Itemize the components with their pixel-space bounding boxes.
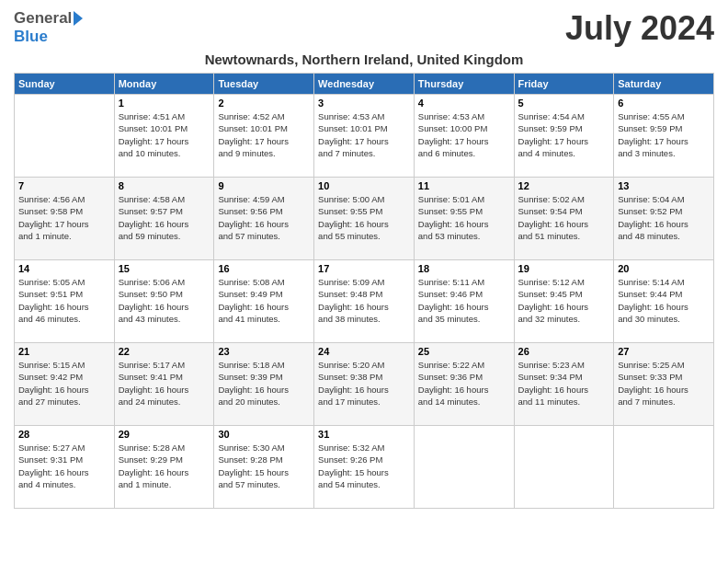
day-number: 27 (618, 346, 710, 357)
calendar-cell: 11Sunrise: 5:01 AM Sunset: 9:55 PM Dayli… (414, 178, 514, 260)
day-info: Sunrise: 5:01 AM Sunset: 9:55 PM Dayligh… (418, 193, 510, 242)
week-row-1: 1Sunrise: 4:51 AM Sunset: 10:01 PM Dayli… (15, 95, 714, 178)
day-info: Sunrise: 5:27 AM Sunset: 9:31 PM Dayligh… (18, 442, 110, 490)
header-day-monday: Monday (114, 74, 214, 95)
header-row: SundayMondayTuesdayWednesdayThursdayFrid… (15, 74, 714, 95)
calendar-cell: 24Sunrise: 5:20 AM Sunset: 9:38 PM Dayli… (314, 343, 415, 426)
day-info: Sunrise: 4:54 AM Sunset: 9:59 PM Dayligh… (518, 110, 610, 159)
header-day-saturday: Saturday (614, 74, 714, 95)
day-info: Sunrise: 5:09 AM Sunset: 9:48 PM Dayligh… (318, 276, 410, 325)
day-info: Sunrise: 5:32 AM Sunset: 9:26 PM Dayligh… (318, 442, 410, 490)
logo-general: General (14, 9, 72, 28)
month-title: July 2024 (565, 9, 714, 48)
calendar-cell: 26Sunrise: 5:23 AM Sunset: 9:34 PM Dayli… (514, 343, 614, 426)
calendar-cell: 7Sunrise: 4:56 AM Sunset: 9:58 PM Daylig… (15, 178, 115, 260)
header-day-tuesday: Tuesday (214, 74, 314, 95)
day-number: 18 (418, 263, 510, 274)
calendar-cell: 17Sunrise: 5:09 AM Sunset: 9:48 PM Dayli… (314, 260, 415, 343)
calendar-cell: 20Sunrise: 5:14 AM Sunset: 9:44 PM Dayli… (614, 260, 714, 343)
day-number: 26 (518, 346, 610, 357)
week-row-4: 21Sunrise: 5:15 AM Sunset: 9:42 PM Dayli… (15, 343, 714, 426)
day-number: 10 (318, 180, 410, 191)
calendar-cell: 5Sunrise: 4:54 AM Sunset: 9:59 PM Daylig… (514, 95, 614, 178)
day-info: Sunrise: 5:00 AM Sunset: 9:55 PM Dayligh… (318, 193, 410, 242)
calendar-cell: 16Sunrise: 5:08 AM Sunset: 9:49 PM Dayli… (214, 260, 314, 343)
day-number: 25 (418, 346, 510, 357)
calendar-cell (414, 426, 514, 509)
day-number: 20 (618, 263, 710, 274)
day-info: Sunrise: 4:55 AM Sunset: 9:59 PM Dayligh… (618, 110, 710, 159)
day-info: Sunrise: 5:02 AM Sunset: 9:54 PM Dayligh… (518, 193, 610, 242)
day-number: 6 (618, 98, 710, 109)
day-info: Sunrise: 5:22 AM Sunset: 9:36 PM Dayligh… (418, 359, 510, 408)
day-info: Sunrise: 5:12 AM Sunset: 9:45 PM Dayligh… (518, 276, 610, 325)
header-day-thursday: Thursday (414, 74, 514, 95)
calendar-cell: 3Sunrise: 4:53 AM Sunset: 10:01 PM Dayli… (314, 95, 415, 178)
day-number: 1 (119, 98, 210, 109)
day-number: 22 (119, 346, 210, 357)
calendar-cell: 1Sunrise: 4:51 AM Sunset: 10:01 PM Dayli… (114, 95, 214, 178)
day-number: 23 (218, 346, 310, 357)
header-day-sunday: Sunday (15, 74, 115, 95)
calendar-cell: 9Sunrise: 4:59 AM Sunset: 9:56 PM Daylig… (214, 178, 314, 260)
week-row-3: 14Sunrise: 5:05 AM Sunset: 9:51 PM Dayli… (15, 260, 714, 343)
calendar-cell: 19Sunrise: 5:12 AM Sunset: 9:45 PM Dayli… (514, 260, 614, 343)
calendar-cell: 31Sunrise: 5:32 AM Sunset: 9:26 PM Dayli… (314, 426, 415, 509)
week-row-2: 7Sunrise: 4:56 AM Sunset: 9:58 PM Daylig… (15, 178, 714, 260)
day-info: Sunrise: 5:25 AM Sunset: 9:33 PM Dayligh… (618, 359, 710, 408)
calendar-cell (614, 426, 714, 509)
week-row-5: 28Sunrise: 5:27 AM Sunset: 9:31 PM Dayli… (15, 426, 714, 509)
calendar-cell: 14Sunrise: 5:05 AM Sunset: 9:51 PM Dayli… (15, 260, 115, 343)
day-info: Sunrise: 4:59 AM Sunset: 9:56 PM Dayligh… (218, 193, 310, 242)
day-number: 16 (218, 263, 310, 274)
day-info: Sunrise: 5:08 AM Sunset: 9:49 PM Dayligh… (218, 276, 310, 325)
day-number: 9 (218, 180, 310, 191)
calendar-cell: 18Sunrise: 5:11 AM Sunset: 9:46 PM Dayli… (414, 260, 514, 343)
calendar-cell: 23Sunrise: 5:18 AM Sunset: 9:39 PM Dayli… (214, 343, 314, 426)
day-info: Sunrise: 5:11 AM Sunset: 9:46 PM Dayligh… (418, 276, 510, 325)
day-info: Sunrise: 5:20 AM Sunset: 9:38 PM Dayligh… (318, 359, 410, 408)
day-info: Sunrise: 5:18 AM Sunset: 9:39 PM Dayligh… (218, 359, 310, 408)
day-info: Sunrise: 5:17 AM Sunset: 9:41 PM Dayligh… (119, 359, 210, 408)
calendar-cell: 21Sunrise: 5:15 AM Sunset: 9:42 PM Dayli… (15, 343, 115, 426)
day-number: 17 (318, 263, 410, 274)
day-info: Sunrise: 5:04 AM Sunset: 9:52 PM Dayligh… (618, 193, 710, 242)
calendar-cell: 12Sunrise: 5:02 AM Sunset: 9:54 PM Dayli… (514, 178, 614, 260)
day-number: 15 (119, 263, 210, 274)
location-title: Newtownards, Northern Ireland, United Ki… (14, 52, 714, 67)
header-day-wednesday: Wednesday (314, 74, 415, 95)
calendar-cell: 6Sunrise: 4:55 AM Sunset: 9:59 PM Daylig… (614, 95, 714, 178)
day-info: Sunrise: 4:53 AM Sunset: 10:00 PM Daylig… (418, 110, 510, 159)
calendar-cell (514, 426, 614, 509)
day-number: 19 (518, 263, 610, 274)
calendar-cell: 2Sunrise: 4:52 AM Sunset: 10:01 PM Dayli… (214, 95, 314, 178)
day-info: Sunrise: 4:53 AM Sunset: 10:01 PM Daylig… (318, 110, 410, 159)
day-info: Sunrise: 5:30 AM Sunset: 9:28 PM Dayligh… (218, 442, 310, 490)
day-number: 2 (218, 98, 310, 109)
day-info: Sunrise: 4:56 AM Sunset: 9:58 PM Dayligh… (18, 193, 110, 242)
day-number: 29 (119, 429, 210, 440)
day-info: Sunrise: 5:15 AM Sunset: 9:42 PM Dayligh… (18, 359, 110, 408)
calendar-cell: 4Sunrise: 4:53 AM Sunset: 10:00 PM Dayli… (414, 95, 514, 178)
day-info: Sunrise: 5:14 AM Sunset: 9:44 PM Dayligh… (618, 276, 710, 325)
day-number: 7 (18, 180, 110, 191)
day-info: Sunrise: 5:23 AM Sunset: 9:34 PM Dayligh… (518, 359, 610, 408)
day-info: Sunrise: 5:06 AM Sunset: 9:50 PM Dayligh… (119, 276, 210, 325)
day-number: 30 (218, 429, 310, 440)
day-info: Sunrise: 4:51 AM Sunset: 10:01 PM Daylig… (119, 110, 210, 159)
day-info: Sunrise: 5:28 AM Sunset: 9:29 PM Dayligh… (119, 442, 210, 490)
calendar-table: SundayMondayTuesdayWednesdayThursdayFrid… (14, 73, 714, 509)
calendar-cell: 15Sunrise: 5:06 AM Sunset: 9:50 PM Dayli… (114, 260, 214, 343)
day-number: 14 (18, 263, 110, 274)
day-info: Sunrise: 5:05 AM Sunset: 9:51 PM Dayligh… (18, 276, 110, 325)
day-number: 13 (618, 180, 710, 191)
calendar-cell: 22Sunrise: 5:17 AM Sunset: 9:41 PM Dayli… (114, 343, 214, 426)
logo-icon (74, 11, 83, 26)
day-number: 12 (518, 180, 610, 191)
day-number: 24 (318, 346, 410, 357)
logo-blue: Blue (14, 28, 48, 45)
logo: General Blue (14, 9, 83, 46)
day-number: 21 (18, 346, 110, 357)
calendar-cell: 29Sunrise: 5:28 AM Sunset: 9:29 PM Dayli… (114, 426, 214, 509)
calendar-cell: 30Sunrise: 5:30 AM Sunset: 9:28 PM Dayli… (214, 426, 314, 509)
